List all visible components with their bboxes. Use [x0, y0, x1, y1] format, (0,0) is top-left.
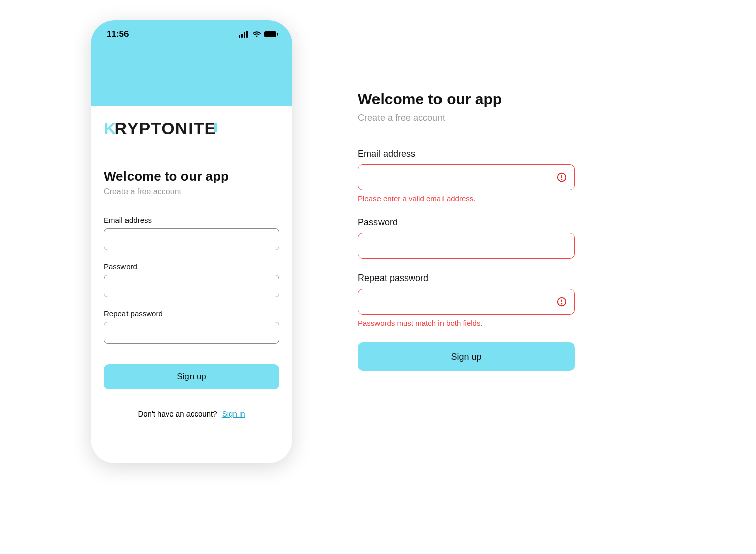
email-error-text: Please enter a valid email address. [358, 194, 575, 203]
battery-icon [264, 31, 278, 38]
svg-rect-3 [246, 31, 248, 38]
repeat-password-input[interactable] [104, 322, 279, 344]
svg-point-11 [562, 304, 562, 304]
password-label-err: Password [358, 217, 575, 228]
password-input-err[interactable] [358, 233, 575, 259]
alert-circle-icon [556, 296, 568, 307]
field-email-err: Email address Please enter a valid email… [358, 149, 575, 203]
footer-text: Don't have an account? [138, 409, 217, 418]
welcome-title: Welcome to our app [104, 169, 279, 184]
welcome-subtitle: Create a free account [104, 187, 279, 196]
sign-in-link[interactable]: Sign in [222, 409, 245, 418]
repeat-password-label-err: Repeat password [358, 273, 575, 284]
repeat-password-input-err[interactable] [358, 289, 575, 315]
email-label-err: Email address [358, 149, 575, 159]
password-input[interactable] [104, 275, 279, 297]
sign-up-button[interactable]: Sign up [104, 364, 279, 389]
password-label: Password [104, 262, 279, 271]
email-input[interactable] [104, 228, 279, 250]
svg-point-8 [562, 179, 562, 180]
welcome-title-right: Welcome to our app [358, 91, 575, 108]
sign-up-button-err[interactable]: Sign up [358, 342, 575, 371]
phone-mockup: 11:56 [91, 20, 292, 463]
field-email: Email address [104, 216, 279, 250]
svg-rect-5 [277, 33, 278, 36]
svg-rect-0 [239, 35, 240, 38]
repeat-password-label: Repeat password [104, 309, 279, 318]
footer-link: Don't have an account? Sign in [104, 409, 279, 418]
error-state-form: Welcome to our app Create a free account… [358, 91, 575, 371]
email-label: Email address [104, 216, 279, 224]
wifi-icon [252, 31, 261, 38]
field-password-err: Password [358, 217, 575, 259]
welcome-subtitle-right: Create a free account [358, 113, 575, 123]
repeat-error-text: Passwords must match in both fields. [358, 319, 575, 327]
field-password: Password [104, 262, 279, 297]
svg-rect-1 [241, 34, 243, 38]
svg-rect-2 [244, 32, 245, 38]
status-bar: 11:56 [91, 20, 292, 39]
phone-body: KRYPTONITE Welcome to our app Create a f… [91, 106, 292, 418]
field-repeat-err: Repeat password Passwords must match in … [358, 273, 575, 327]
status-icons [239, 31, 278, 38]
brand-logo: KRYPTONITE [104, 119, 279, 138]
email-input-err[interactable] [358, 164, 575, 190]
status-time: 11:56 [107, 29, 129, 39]
svg-rect-4 [264, 31, 276, 37]
cellular-icon [239, 31, 249, 38]
alert-circle-icon [556, 172, 568, 183]
phone-header: 11:56 [91, 20, 292, 106]
field-repeat-password: Repeat password [104, 309, 279, 344]
